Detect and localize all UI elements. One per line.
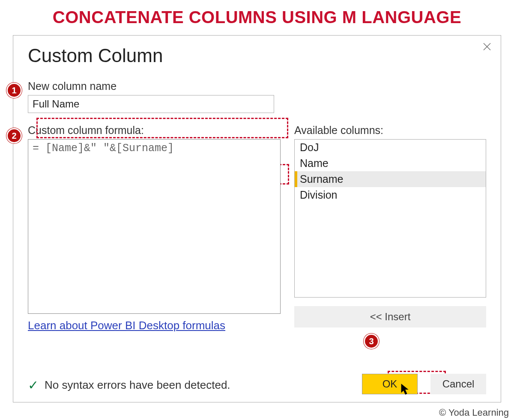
status-text: No syntax errors have been detected. (45, 378, 230, 392)
dialog-title: Custom Column (28, 45, 486, 66)
new-column-name-input[interactable] (28, 95, 274, 113)
available-columns-label: Available columns: (294, 124, 486, 137)
cursor-pointer-icon (397, 382, 411, 396)
close-icon[interactable] (481, 42, 493, 54)
formula-label: Custom column formula: (28, 124, 282, 137)
callout-badge-3: 3 (364, 334, 379, 349)
checkmark-icon: ✓ (28, 378, 39, 393)
page-heading: CONCATENATE COLUMNS USING M LANGUAGE (0, 0, 514, 30)
available-columns-list[interactable]: DoJNameSurnameDivision (294, 139, 486, 298)
callout-badge-1: 1 (6, 83, 22, 98)
cancel-button[interactable]: Cancel (430, 374, 486, 394)
custom-column-dialog: Custom Column 1 2 3 New column name Cust… (13, 35, 501, 402)
callout-badge-2: 2 (6, 128, 22, 143)
available-column-item[interactable]: Division (295, 187, 486, 203)
ok-button-label: OK (383, 378, 397, 390)
insert-button[interactable]: << Insert (294, 306, 486, 328)
status-row: ✓ No syntax errors have been detected. (28, 378, 230, 393)
formula-text: = [Name]&" "&[Surname] (33, 142, 174, 155)
available-column-item[interactable]: Name (295, 155, 486, 171)
available-column-item[interactable]: DoJ (295, 140, 486, 155)
copyright-text: © Yoda Learning (439, 407, 509, 418)
available-column-item[interactable]: Surname (295, 171, 486, 187)
new-column-name-label: New column name (28, 80, 486, 92)
ok-button[interactable]: OK (362, 374, 418, 394)
learn-formulas-link[interactable]: Learn about Power BI Desktop formulas (28, 319, 225, 332)
formula-editor[interactable]: = [Name]&" "&[Surname] (28, 139, 281, 314)
